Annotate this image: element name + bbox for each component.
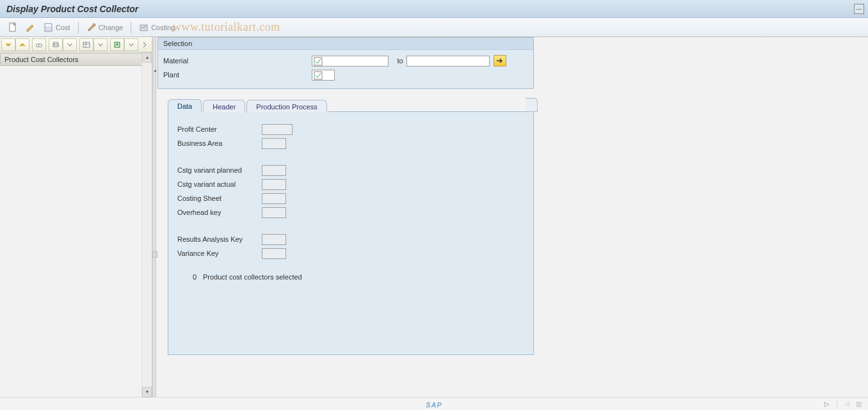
tab-header[interactable]: Header — [203, 100, 245, 113]
left-panel: Product Cost Collectors ▴ ▾ — [0, 37, 152, 397]
svg-point-6 — [39, 43, 42, 47]
print-dropdown-button[interactable] — [63, 38, 77, 51]
cost-label: Cost — [56, 24, 70, 31]
plant-label: Plant — [163, 71, 312, 79]
svg-rect-14 — [314, 72, 322, 79]
scroll-up-icon[interactable]: ▴ — [142, 52, 152, 63]
cost-button[interactable]: Cost — [41, 21, 73, 34]
panel-splitter[interactable]: ◂ — [152, 37, 156, 397]
variance-key-label: Variance Key — [177, 249, 262, 257]
svg-rect-2 — [45, 24, 51, 26]
costing-icon — [139, 22, 149, 33]
status-nav-back-icon[interactable]: ◁ — [844, 400, 849, 407]
print-button[interactable] — [49, 38, 63, 51]
profit-center-label: Profit Center — [177, 125, 262, 133]
chevron-right-icon — [141, 41, 149, 49]
arrow-right-icon — [496, 58, 504, 64]
status-arrow-icon[interactable]: ▷ — [824, 400, 830, 407]
material-from-input[interactable] — [312, 56, 389, 67]
export-button[interactable] — [110, 38, 124, 51]
change-icon — [86, 22, 97, 33]
title-bar: Display Product Cost Collector — — [0, 0, 868, 18]
window-title: Display Product Cost Collector — [6, 4, 138, 14]
tree-vertical-scrollbar[interactable]: ▴ ▾ — [141, 52, 152, 397]
tab-data[interactable]: Data — [168, 99, 202, 113]
material-row: Material to — [163, 54, 528, 68]
status-count: 0 — [177, 273, 203, 281]
overhead-key-input[interactable] — [262, 207, 286, 218]
layout-button[interactable] — [79, 38, 93, 51]
cstg-planned-input[interactable] — [262, 165, 286, 176]
chevron-down-icon — [127, 41, 135, 49]
overhead-key-label: Overhead key — [177, 209, 262, 216]
results-key-input[interactable] — [262, 234, 286, 245]
expand-icon — [4, 41, 12, 49]
chevron-down-icon — [97, 41, 104, 49]
costing-label: Costing — [151, 24, 175, 31]
change-button[interactable]: Change — [84, 21, 126, 34]
profit-center-row: Profit Center — [177, 122, 524, 136]
cstg-planned-label: Cstg variant planned — [177, 166, 262, 174]
application-toolbar: Cost Change Costing www.tutorialkart.com — [0, 18, 868, 37]
status-menu-icon[interactable]: ▥ — [856, 400, 862, 407]
layout-dropdown-button[interactable] — [93, 38, 108, 51]
svg-rect-13 — [314, 58, 322, 65]
cstg-actual-row: Cstg variant actual — [177, 177, 524, 191]
to-label: to — [389, 57, 406, 65]
costing-sheet-input[interactable] — [262, 193, 286, 204]
change-label: Change — [99, 24, 124, 31]
binoculars-icon — [35, 41, 43, 49]
search-help-icon[interactable] — [314, 71, 323, 80]
scroll-down-icon[interactable]: ▾ — [142, 387, 152, 397]
cstg-actual-label: Cstg variant actual — [177, 180, 262, 188]
detail-tabs: Data Header Production Process Profit Ce… — [168, 98, 534, 355]
new-document-button[interactable] — [5, 21, 20, 34]
main-area: Product Cost Collectors ▴ ▾ ◂ Selection … — [0, 37, 868, 397]
tab-strip: Data Header Production Process — [168, 98, 534, 112]
results-key-label: Results Analysis Key — [177, 235, 262, 243]
toolbar-more-button[interactable] — [141, 38, 149, 51]
cstg-actual-input[interactable] — [262, 179, 286, 190]
variance-key-row: Variance Key — [177, 246, 524, 260]
expand-button[interactable] — [1, 38, 15, 51]
splitter-grip-icon[interactable] — [152, 251, 157, 258]
overhead-key-row: Overhead key — [177, 205, 524, 219]
cstg-planned-row: Cstg variant planned — [177, 163, 524, 177]
tab-panel-data: Profit Center Business Area Cstg variant… — [168, 112, 534, 355]
business-area-row: Business Area — [177, 136, 524, 150]
export-dropdown-button[interactable] — [124, 38, 138, 51]
svg-rect-8 — [54, 42, 58, 44]
right-panel: Selection Material to Plant — [156, 37, 868, 397]
print-icon — [52, 41, 60, 49]
svg-point-3 — [93, 24, 95, 26]
costing-sheet-row: Costing Sheet — [177, 191, 524, 205]
pencil-icon — [26, 22, 36, 33]
collapse-button[interactable] — [15, 38, 29, 51]
status-line: 0 Product cost collectors selected — [177, 273, 524, 281]
minimize-icon[interactable]: — — [854, 4, 864, 14]
business-area-label: Business Area — [177, 139, 262, 147]
edit-button[interactable] — [23, 21, 38, 34]
calculator-icon — [44, 22, 54, 33]
tab-production-process[interactable]: Production Process — [246, 100, 326, 113]
tree-column-header[interactable]: Product Cost Collectors — [0, 53, 152, 66]
plant-row: Plant — [163, 68, 528, 82]
svg-rect-9 — [83, 42, 90, 47]
multiple-selection-button[interactable] — [494, 55, 506, 67]
find-button[interactable] — [32, 38, 46, 51]
status-text: Product cost collectors selected — [203, 273, 302, 281]
profit-center-input[interactable] — [262, 124, 293, 135]
costing-sheet-label: Costing Sheet — [177, 194, 262, 202]
chevron-down-icon — [66, 41, 74, 49]
variance-key-input[interactable] — [262, 248, 286, 259]
splitter-collapse-icon[interactable]: ◂ — [153, 68, 157, 79]
search-help-icon[interactable] — [314, 57, 323, 66]
selection-title: Selection — [158, 38, 533, 50]
export-icon — [113, 41, 121, 49]
sap-logo: SAP — [426, 401, 442, 409]
costing-button[interactable]: Costing — [136, 21, 177, 34]
results-key-row: Results Analysis Key — [177, 232, 524, 246]
material-to-input[interactable] — [406, 56, 490, 67]
business-area-input[interactable] — [262, 138, 286, 149]
selection-groupbox: Selection Material to Plant — [157, 37, 534, 89]
